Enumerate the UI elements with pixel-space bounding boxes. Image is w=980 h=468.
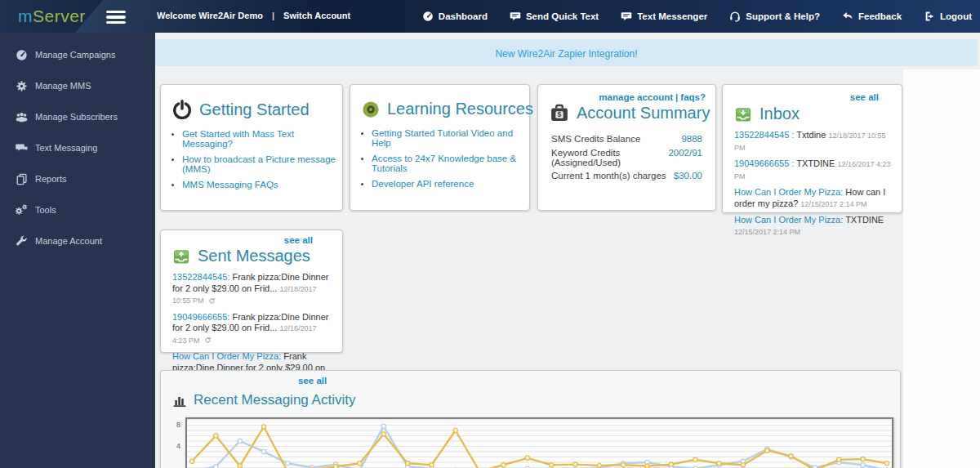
sidebar-item[interactable]: Reports [0, 163, 155, 194]
message-recipient-link[interactable]: 19049666655: [172, 312, 229, 322]
manage-account-link[interactable]: manage account [599, 92, 673, 102]
card-title: Getting Started [199, 100, 310, 119]
inbox-card: see all Inbox 13522844545 : Txtdine 12/1… [722, 84, 902, 213]
card-title: Learning Resources [387, 100, 533, 118]
message-sender-link[interactable]: 19049666655 : [734, 158, 794, 168]
message-recipient-link[interactable]: How Can I Order My Pizza: [172, 351, 281, 361]
account-summary-row: Keyword Credits (Assigned/Used) 2002/91 [538, 148, 715, 167]
sidebar-item[interactable]: Tools [0, 194, 155, 225]
account-summary-row: Current 1 month(s) charges $30.00 [538, 171, 715, 181]
see-all-link[interactable]: see all [850, 92, 879, 102]
nav-item[interactable]: Logout [924, 11, 972, 22]
sidebar-item-label: Tools [35, 205, 56, 215]
nav-item[interactable]: Feedback [842, 11, 902, 22]
help-link[interactable]: How to broadcast a Picture message (MMS) [182, 154, 336, 174]
zapier-integration-link[interactable]: New Wire2Air Zapier Integration! [495, 48, 637, 60]
card-link-item: Getting Started Tutorial Video and Help [372, 128, 529, 148]
app-logo[interactable]: mServer [18, 7, 86, 26]
account-row-label: Keyword Credits (Assigned/Used) [551, 148, 668, 167]
account-row-value: $30.00 [674, 171, 702, 181]
nav-item[interactable]: Support & Help? [729, 11, 820, 22]
nav-item-label: Feedback [858, 11, 902, 21]
nav-item[interactable]: Send Quick Text [510, 11, 599, 22]
account-links: manage account|faqs? [599, 92, 706, 102]
message-timestamp: 12/15/2017 2:14 PM [800, 200, 866, 208]
nav-item-label: Support & Help? [746, 11, 820, 21]
resend-icon[interactable] [204, 337, 212, 344]
card-title: Account Summary [577, 104, 710, 123]
account-row-label: Current 1 month(s) charges [551, 171, 666, 181]
y-axis-tick-label: 8 [166, 421, 180, 429]
getting-started-links: Get Started with Mass Text Messaging? Ho… [182, 129, 342, 189]
see-all-link[interactable]: see all [298, 376, 327, 386]
activity-chart [185, 417, 893, 468]
learning-resources-links: Getting Started Tutorial Video and Help … [372, 128, 529, 189]
nav-item[interactable]: Dashboard [422, 11, 488, 22]
inbox-message: How Can I Order My Pizza: How can I orde… [734, 187, 892, 210]
card-link-item: Access to 24x7 Knowledge base & Tutorial… [372, 154, 529, 173]
help-link[interactable]: MMS Messaging FAQs [182, 180, 278, 189]
message-timestamp: 12/15/2017 2:14 PM [734, 228, 800, 236]
card-title: Inbox [760, 105, 800, 123]
sidebar-item-label: Manage Account [35, 236, 102, 246]
sidebar-item[interactable]: Manage Subscribers [0, 101, 155, 132]
sidebar-item[interactable]: Manage MMS [0, 70, 155, 101]
switch-account-link[interactable]: Switch Account [283, 11, 350, 20]
separator: | [272, 11, 274, 20]
welcome-text: Welcome Wire2Air Demo | Switch Account [157, 11, 350, 20]
top-navbar: mServer Welcome Wire2Air Demo | Switch A… [0, 0, 980, 33]
sidebar-item[interactable]: Text Messaging [0, 132, 155, 163]
message-sender-link[interactable]: 13522844545 : [734, 130, 794, 140]
recent-activity-card: see all Recent Messaging Activity 8 4 [160, 370, 901, 468]
menu-toggle-icon[interactable] [106, 11, 126, 26]
see-all-link[interactable]: see all [284, 235, 313, 245]
inbox-message: 19049666655 : TXTDINE 12/16/2017 4:23 PM [734, 158, 892, 182]
message-recipient-link[interactable]: 13522844545: [172, 272, 229, 282]
briefcase-dollar-icon [550, 103, 569, 123]
chat-bubble-icon [621, 11, 632, 22]
dashboard-gauge-icon [15, 49, 28, 61]
nav-item-label: Send Quick Text [526, 11, 599, 21]
sidebar-item[interactable]: Manage Account [0, 225, 155, 256]
help-link[interactable]: Access to 24x7 Knowledge base & Tutorial… [372, 154, 516, 173]
inbox-tray-icon [734, 105, 752, 123]
logo-suffix: Server [33, 7, 86, 25]
help-link[interactable]: Getting Started Tutorial Video and Help [372, 128, 513, 148]
account-summary-row: SMS Credits Balance 9888 [538, 134, 715, 144]
wrench-icon [15, 235, 28, 247]
help-link[interactable]: Get Started with Mass Text Messaging? [182, 129, 294, 149]
announcement-banner: New Wire2Air Zapier Integration! [155, 39, 978, 66]
help-link[interactable]: Developer API reference [372, 179, 474, 189]
card-title: Sent Messages [198, 247, 310, 265]
dashboard-gauge-icon [422, 11, 434, 22]
message-body: TXTDINE [796, 158, 835, 168]
sidebar-menu: Manage Campaigns Manage MMS Manage Subsc… [0, 33, 155, 256]
faqs-link[interactable]: faqs? [680, 92, 706, 102]
sent-message-list: 13522844545: Frank pizza:Dine Dinner for… [161, 272, 342, 386]
outbox-tray-icon [172, 247, 190, 265]
resend-icon[interactable] [208, 297, 216, 305]
message-body: TXTDINE [845, 215, 884, 225]
account-row-value: 2002/91 [668, 148, 702, 167]
disc-icon [362, 100, 380, 118]
message-sender-link[interactable]: How Can I Order My Pizza: [734, 187, 843, 197]
card-link-item: MMS Messaging FAQs [182, 180, 342, 189]
sidebar-item-label: Manage MMS [35, 81, 91, 91]
y-axis-tick-label: 4 [166, 442, 180, 450]
card-link-item: How to broadcast a Picture message (MMS) [182, 154, 342, 174]
activity-plot [187, 419, 892, 468]
reports-icon [15, 173, 28, 185]
account-summary-rows: SMS Credits Balance 9888 Keyword Credits… [538, 134, 715, 181]
inbox-message-list: 13522844545 : Txtdine 12/18/2017 10:55 P… [723, 130, 902, 238]
sidebar-item[interactable]: Manage Campaigns [0, 39, 155, 70]
gear-icon [15, 80, 28, 92]
sidebar-item-label: Manage Campaigns [35, 50, 115, 60]
power-icon [172, 100, 192, 119]
sidebar-item-label: Manage Subscribers [35, 112, 118, 122]
logo-prefix: m [18, 7, 33, 25]
sent-message: 13522844545: Frank pizza:Dine Dinner for… [172, 272, 332, 307]
welcome-label: Welcome Wire2Air Demo [157, 11, 263, 20]
message-sender-link[interactable]: How Can I Order My Pizza: [734, 215, 843, 225]
users-icon [15, 111, 28, 123]
nav-item[interactable]: Text Messenger [621, 11, 707, 22]
